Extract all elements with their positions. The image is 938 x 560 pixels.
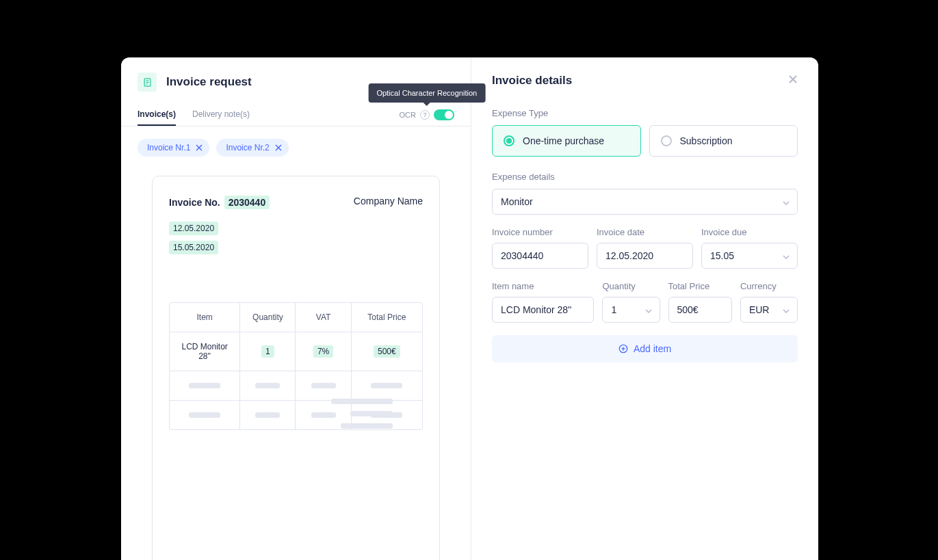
chip-label: Invoice Nr.2 [226, 143, 269, 152]
tabs-row: Invoice(s) Delivery note(s) Optical Char… [121, 104, 471, 126]
add-item-button[interactable]: Add item [492, 335, 798, 362]
total-price-input[interactable] [668, 297, 732, 323]
option-label: One-time purchase [523, 135, 604, 146]
col-item: Item [170, 303, 240, 332]
help-icon[interactable]: ? [420, 110, 430, 120]
close-icon[interactable] [275, 144, 282, 151]
option-label: Subscription [680, 135, 733, 146]
expense-details-select[interactable] [492, 189, 798, 215]
right-title: Invoice details [492, 74, 572, 88]
company-name: Company Name [354, 196, 423, 206]
right-panel: Invoice details Expense Type One-time pu… [471, 57, 818, 560]
table-row-empty [170, 371, 422, 401]
ocr-label: OCR [400, 111, 416, 119]
chip-invoice-2[interactable]: Invoice Nr.2 [216, 139, 288, 157]
left-panel: Invoice request Invoice(s) Delivery note… [121, 57, 471, 560]
invoice-number-input[interactable] [492, 243, 588, 269]
currency-label: Currency [740, 281, 798, 291]
invoice-icon [138, 72, 157, 92]
col-vat: VAT [296, 303, 351, 332]
col-quantity: Quantity [240, 303, 296, 332]
expense-details-label: Expense details [492, 172, 798, 182]
plus-circle-icon [618, 344, 628, 354]
invoice-no-label: Invoice No. [169, 197, 220, 208]
invoice-date-input[interactable] [597, 243, 693, 269]
invoice-date-2: 15.05.2020 [169, 241, 218, 254]
cell-vat: 7% [313, 345, 333, 358]
invoice-date-label: Invoice date [597, 227, 693, 237]
currency-select[interactable] [740, 297, 798, 323]
close-icon[interactable] [196, 144, 203, 151]
invoice-due-select[interactable] [701, 243, 798, 269]
invoice-due-label: Invoice due [701, 227, 798, 237]
quantity-select[interactable] [602, 297, 660, 323]
item-name-label: Item name [492, 281, 594, 291]
close-button[interactable] [788, 75, 798, 87]
invoice-chips: Invoice Nr.1 Invoice Nr.2 [121, 126, 471, 169]
left-title: Invoice request [166, 75, 252, 89]
invoice-preview: Invoice No. 2030440 Company Name 12.05.2… [152, 176, 440, 560]
total-price-label: Total Price [668, 281, 732, 291]
invoice-modal: Invoice request Invoice(s) Delivery note… [121, 57, 818, 560]
tab-delivery-notes[interactable]: Delivery note(s) [192, 104, 250, 126]
chip-label: Invoice Nr.1 [147, 143, 190, 152]
ocr-toggle-group: Optical Character Recognition OCR ? [400, 109, 454, 120]
radio-icon [504, 135, 514, 146]
chip-invoice-1[interactable]: Invoice Nr.1 [138, 139, 209, 157]
radio-icon [661, 135, 672, 146]
quantity-label: Quantity [602, 281, 660, 291]
cell-qty: 1 [261, 345, 274, 358]
expense-type-label: Expense Type [492, 108, 798, 118]
cell-total: 500€ [374, 345, 400, 358]
address-skeleton [331, 399, 393, 429]
table-row: LCD Monitor 28'' 1 7% 500€ [170, 332, 422, 371]
invoice-number-label: Invoice number [492, 227, 588, 237]
invoice-date-1: 12.05.2020 [169, 222, 218, 235]
invoice-no-value: 2030440 [224, 196, 270, 209]
option-subscription[interactable]: Subscription [649, 125, 798, 157]
ocr-toggle[interactable] [434, 109, 454, 120]
cell-item: LCD Monitor 28'' [181, 342, 227, 361]
item-name-input[interactable] [492, 297, 594, 323]
col-total: Total Price [352, 303, 422, 332]
ocr-tooltip: Optical Character Recognition [368, 83, 485, 103]
add-item-label: Add item [634, 343, 671, 354]
option-onetime-purchase[interactable]: One-time purchase [492, 125, 641, 157]
tab-invoices[interactable]: Invoice(s) [138, 104, 176, 126]
